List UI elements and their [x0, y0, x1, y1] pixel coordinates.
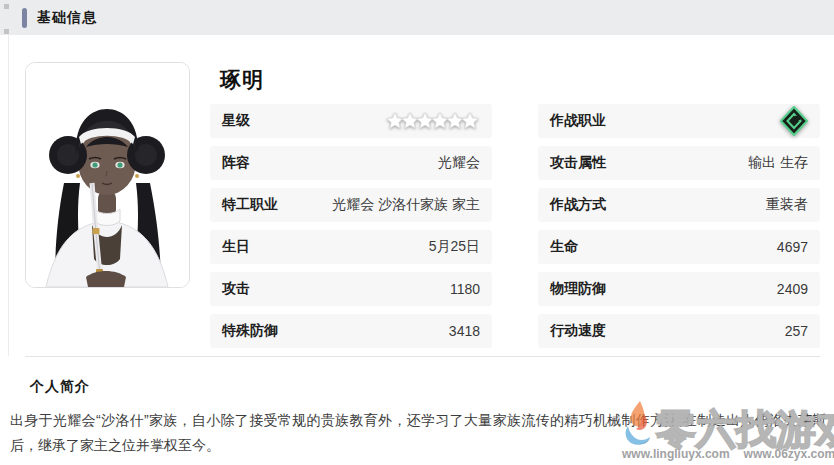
row-physical-defense: 物理防御 2409	[538, 272, 820, 306]
row-special-defense: 特殊防御 3418	[210, 314, 492, 348]
row-label: 作战方式	[550, 196, 606, 214]
row-value: 2409	[777, 281, 808, 297]
section-divider	[25, 356, 820, 357]
row-hp: 生命 4697	[538, 230, 820, 264]
row-label: 特殊防御	[222, 322, 278, 340]
row-value: 1180	[450, 281, 480, 297]
row-value: 257	[785, 323, 808, 339]
header-accent-bar	[22, 8, 27, 28]
character-name: 琢明	[220, 66, 264, 94]
page-left-border	[8, 35, 9, 356]
character-portrait	[25, 62, 190, 288]
row-value: 光耀会	[438, 154, 480, 172]
section-header: 基础信息	[0, 0, 834, 35]
row-label: 生命	[550, 238, 578, 256]
profile-section-title: 个人简介	[30, 378, 90, 396]
row-faction: 阵容 光耀会	[210, 146, 492, 180]
row-value: 4697	[777, 239, 808, 255]
row-label: 星级	[222, 112, 250, 130]
profile-description: 出身于光耀会“沙洛什”家族，自小除了接受常规的贵族教育外，还学习了大量家族流传的…	[10, 408, 826, 458]
row-label: 特工职业	[222, 196, 278, 214]
row-value: 输出 生存	[748, 154, 808, 172]
row-action-speed: 行动速度 257	[538, 314, 820, 348]
basic-info-page: 基础信息	[0, 0, 834, 465]
row-label: 行动速度	[550, 322, 606, 340]
row-label: 攻击属性	[550, 154, 606, 172]
row-agent-occupation: 特工职业 光耀会 沙洛什家族 家主	[210, 188, 492, 222]
guardian-class-icon	[780, 106, 808, 136]
editor-handle-icon	[4, 29, 9, 34]
row-combat-class: 作战职业	[538, 104, 820, 138]
row-label: 生日	[222, 238, 250, 256]
star-rating	[390, 111, 480, 131]
row-value: 3418	[449, 323, 480, 339]
row-label: 阵容	[222, 154, 250, 172]
row-label: 作战职业	[550, 112, 606, 130]
star-icon	[460, 111, 480, 131]
row-star-rating: 星级	[210, 104, 492, 138]
section-title: 基础信息	[37, 9, 97, 27]
row-label: 攻击	[222, 280, 250, 298]
row-value: 5月25日	[429, 238, 480, 256]
row-label: 物理防御	[550, 280, 606, 298]
row-birthday: 生日 5月25日	[210, 230, 492, 264]
editor-handle-icon	[4, 4, 9, 9]
row-value: 光耀会 沙洛什家族 家主	[332, 196, 480, 214]
row-attack-attribute: 攻击属性 输出 生存	[538, 146, 820, 180]
row-value: 重装者	[766, 196, 808, 214]
row-attack: 攻击 1180	[210, 272, 492, 306]
row-combat-style: 作战方式 重装者	[538, 188, 820, 222]
